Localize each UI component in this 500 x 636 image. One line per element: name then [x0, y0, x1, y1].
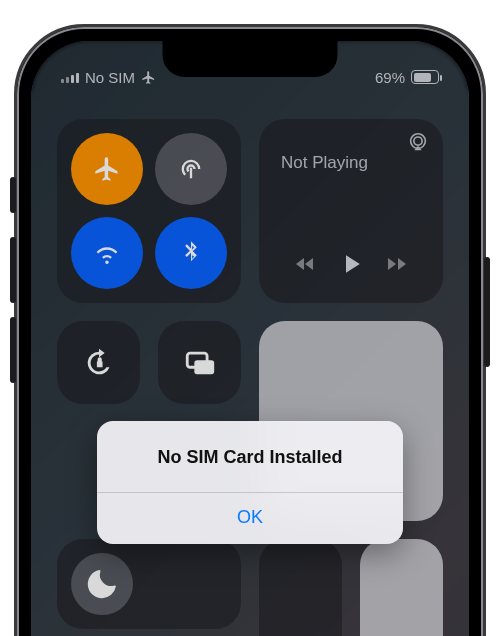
- screen: No SIM 69%: [31, 41, 469, 636]
- alert-ok-button[interactable]: OK: [97, 493, 403, 544]
- no-sim-alert: No SIM Card Installed OK: [97, 421, 403, 544]
- volume-up-button[interactable]: [10, 237, 16, 303]
- mute-switch[interactable]: [10, 177, 16, 213]
- iphone-frame: No SIM 69%: [14, 24, 486, 636]
- modal-dim-layer: [31, 41, 469, 636]
- volume-down-button[interactable]: [10, 317, 16, 383]
- alert-title: No SIM Card Installed: [97, 421, 403, 492]
- side-power-button[interactable]: [484, 257, 490, 367]
